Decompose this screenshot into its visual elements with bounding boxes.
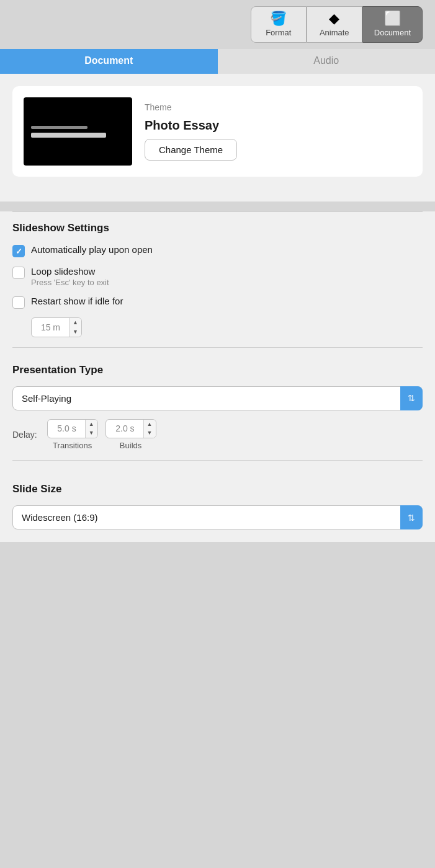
auto-play-label: Automatically play upon open [31,244,153,255]
slide-size-title: Slide Size [12,483,423,495]
idle-spinner[interactable]: 15 m ▲ ▼ [31,317,82,337]
slide-size-section: Slide Size Widescreen (16:9) Standard (4… [0,477,435,542]
builds-input-row: 2.0 s ▲ ▼ [105,419,156,439]
idle-spinner-up[interactable]: ▲ [70,318,81,327]
tab-bar: Document Audio [0,49,435,74]
auto-play-text: Automatically play upon open [31,244,153,255]
presentation-type-select[interactable]: Normal Self-Playing Hyperlinks Only [12,386,423,410]
format-label: Format [266,28,291,37]
slide-size-select[interactable]: Widescreen (16:9) Standard (4:3) Custom … [12,505,423,529]
delay-row: Delay: 5.0 s ▲ ▼ Transitions 2.0 s ▲ [12,419,423,451]
auto-play-checkbox[interactable] [12,245,25,257]
slideshow-settings-title: Slideshow Settings [12,222,423,234]
format-icon: 🪣 [270,12,287,25]
builds-group: 2.0 s ▲ ▼ Builds [105,419,156,451]
restart-label: Restart show if idle for [31,296,123,306]
theme-section-panel: Theme Photo Essay Change Theme [0,74,435,202]
tab-document[interactable]: Document [0,49,218,74]
divider-1 [12,211,423,212]
loop-checkbox[interactable] [12,267,25,279]
document-label: Document [374,28,411,37]
builds-spinner[interactable]: 2.0 s ▲ ▼ [105,419,156,439]
transitions-down[interactable]: ▼ [86,428,97,438]
idle-spinner-arrows: ▲ ▼ [69,318,81,337]
format-button[interactable]: 🪣 Format [251,6,307,43]
change-theme-button[interactable]: Change Theme [145,139,237,161]
transitions-spinner[interactable]: 5.0 s ▲ ▼ [47,419,98,439]
divider-2 [12,347,423,348]
theme-name: Photo Essay [145,118,237,133]
animate-icon: ◆ [329,12,339,25]
theme-label: Theme [145,102,237,112]
theme-info: Theme Photo Essay Change Theme [145,102,237,161]
transitions-arrows: ▲ ▼ [85,420,97,438]
transitions-input-row: 5.0 s ▲ ▼ [47,419,98,439]
theme-section: Theme Photo Essay Change Theme [12,86,423,177]
transitions-value: 5.0 s [48,420,85,436]
toolbar: 🪣 Format ◆ Animate ⬜ Document [0,0,435,43]
builds-arrows: ▲ ▼ [143,420,156,438]
thumb-line-1 [31,126,87,129]
slideshow-settings-section: Slideshow Settings Automatically play up… [0,211,435,364]
loop-text: Loop slideshow Press 'Esc' key to exit [31,266,109,287]
idle-value: 15 m [32,319,69,335]
transitions-label: Transitions [53,441,92,450]
builds-down[interactable]: ▼ [144,428,156,438]
builds-up[interactable]: ▲ [144,420,156,429]
loop-sub: Press 'Esc' key to exit [31,278,109,287]
idle-spinner-row: 15 m ▲ ▼ [31,317,423,337]
loop-label: Loop slideshow [31,266,109,277]
presentation-type-select-wrapper: Normal Self-Playing Hyperlinks Only ⇅ [12,386,423,410]
slide-size-select-wrapper: Widescreen (16:9) Standard (4:3) Custom … [12,505,423,529]
builds-value: 2.0 s [106,420,143,436]
auto-play-row: Automatically play upon open [12,244,423,257]
builds-label: Builds [120,441,141,450]
tab-audio[interactable]: Audio [218,49,436,74]
transitions-group: 5.0 s ▲ ▼ Transitions [47,419,98,451]
thumb-line-2 [31,133,106,138]
presentation-type-title: Presentation Type [12,364,423,376]
loop-row: Loop slideshow Press 'Esc' key to exit [12,266,423,287]
delay-label: Delay: [12,430,37,440]
transitions-up[interactable]: ▲ [86,420,97,429]
theme-thumbnail [24,97,132,166]
document-button[interactable]: ⬜ Document [362,6,423,43]
divider-3 [12,460,423,461]
restart-text: Restart show if idle for [31,296,123,306]
animate-button[interactable]: ◆ Animate [307,6,362,43]
idle-spinner-down[interactable]: ▼ [70,327,81,337]
restart-row: Restart show if idle for [12,296,423,309]
document-icon: ⬜ [384,12,401,25]
restart-checkbox[interactable] [12,296,25,309]
animate-label: Animate [320,28,349,37]
presentation-type-section: Presentation Type Normal Self-Playing Hy… [0,364,435,477]
